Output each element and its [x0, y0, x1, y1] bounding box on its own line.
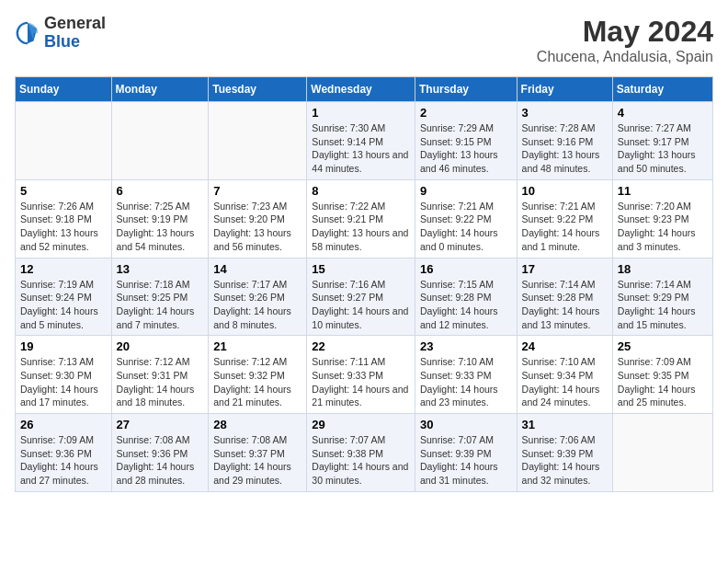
day-number: 4 [618, 106, 708, 120]
day-number: 22 [312, 339, 410, 353]
title-block: May 2024 Chucena, Andalusia, Spain [537, 15, 713, 65]
day-info: Sunrise: 7:10 AMSunset: 9:34 PMDaylight:… [522, 356, 600, 408]
table-row [111, 102, 209, 180]
day-info: Sunrise: 7:09 AMSunset: 9:35 PMDaylight:… [618, 356, 696, 408]
day-info: Sunrise: 7:20 AMSunset: 9:23 PMDaylight:… [618, 201, 696, 252]
day-number: 12 [20, 262, 107, 276]
table-row: 21 Sunrise: 7:12 AMSunset: 9:32 PMDaylig… [209, 336, 307, 414]
table-row: 14 Sunrise: 7:17 AMSunset: 9:26 PMDaylig… [209, 258, 307, 336]
table-row: 8 Sunrise: 7:22 AMSunset: 9:21 PMDayligh… [307, 179, 415, 258]
table-row: 6 Sunrise: 7:25 AMSunset: 9:19 PMDayligh… [111, 179, 209, 258]
table-row: 3 Sunrise: 7:28 AMSunset: 9:16 PMDayligh… [517, 102, 612, 180]
table-row: 31 Sunrise: 7:06 AMSunset: 9:39 PMDaylig… [517, 414, 612, 492]
day-info: Sunrise: 7:22 AMSunset: 9:21 PMDaylight:… [312, 201, 408, 252]
day-number: 24 [522, 339, 608, 353]
day-info: Sunrise: 7:07 AMSunset: 9:38 PMDaylight:… [312, 434, 408, 486]
logo: General Blue [15, 15, 106, 52]
day-info: Sunrise: 7:11 AMSunset: 9:33 PMDaylight:… [312, 356, 408, 408]
day-info: Sunrise: 7:21 AMSunset: 9:22 PMDaylight:… [420, 201, 498, 252]
day-number: 10 [522, 184, 608, 198]
table-row: 18 Sunrise: 7:14 AMSunset: 9:29 PMDaylig… [612, 258, 712, 336]
day-info: Sunrise: 7:14 AMSunset: 9:28 PMDaylight:… [522, 279, 600, 330]
table-row: 29 Sunrise: 7:07 AMSunset: 9:38 PMDaylig… [307, 414, 415, 492]
day-number: 14 [213, 262, 301, 276]
logo-general-text: General [44, 14, 106, 32]
day-info: Sunrise: 7:08 AMSunset: 9:37 PMDaylight:… [213, 434, 291, 486]
table-row: 28 Sunrise: 7:08 AMSunset: 9:37 PMDaylig… [209, 414, 307, 492]
table-row: 22 Sunrise: 7:11 AMSunset: 9:33 PMDaylig… [307, 336, 415, 414]
day-info: Sunrise: 7:21 AMSunset: 9:22 PMDaylight:… [522, 201, 600, 252]
header-saturday: Saturday [612, 77, 712, 102]
day-number: 16 [420, 262, 512, 276]
day-info: Sunrise: 7:27 AMSunset: 9:17 PMDaylight:… [618, 122, 696, 174]
day-number: 17 [522, 262, 608, 276]
calendar-header-row: Sunday Monday Tuesday Wednesday Thursday… [16, 77, 713, 102]
table-row [209, 102, 307, 180]
header-tuesday: Tuesday [209, 77, 307, 102]
day-number: 19 [20, 339, 107, 353]
day-info: Sunrise: 7:17 AMSunset: 9:26 PMDaylight:… [213, 279, 291, 330]
day-number: 20 [117, 339, 204, 353]
subtitle: Chucena, Andalusia, Spain [537, 49, 713, 65]
table-row: 4 Sunrise: 7:27 AMSunset: 9:17 PMDayligh… [612, 102, 712, 180]
table-row: 12 Sunrise: 7:19 AMSunset: 9:24 PMDaylig… [16, 258, 112, 336]
day-number: 7 [213, 184, 301, 198]
day-number: 29 [312, 418, 410, 431]
day-info: Sunrise: 7:29 AMSunset: 9:15 PMDaylight:… [420, 122, 498, 174]
day-info: Sunrise: 7:13 AMSunset: 9:30 PMDaylight:… [20, 356, 98, 408]
day-number: 1 [312, 106, 410, 120]
calendar-week-row: 5 Sunrise: 7:26 AMSunset: 9:18 PMDayligh… [16, 179, 713, 258]
table-row: 15 Sunrise: 7:16 AMSunset: 9:27 PMDaylig… [307, 258, 415, 336]
table-row: 9 Sunrise: 7:21 AMSunset: 9:22 PMDayligh… [415, 179, 517, 258]
day-info: Sunrise: 7:08 AMSunset: 9:36 PMDaylight:… [117, 434, 195, 486]
day-info: Sunrise: 7:23 AMSunset: 9:20 PMDaylight:… [213, 201, 291, 252]
day-number: 28 [213, 418, 301, 431]
day-number: 15 [312, 262, 410, 276]
page-header: General Blue May 2024 Chucena, Andalusia… [15, 15, 713, 65]
table-row: 25 Sunrise: 7:09 AMSunset: 9:35 PMDaylig… [612, 336, 712, 414]
header-thursday: Thursday [415, 77, 517, 102]
table-row [16, 102, 112, 180]
day-number: 30 [420, 418, 512, 431]
day-info: Sunrise: 7:28 AMSunset: 9:16 PMDaylight:… [522, 122, 600, 174]
day-number: 23 [420, 339, 512, 353]
header-monday: Monday [111, 77, 209, 102]
day-info: Sunrise: 7:07 AMSunset: 9:39 PMDaylight:… [420, 434, 498, 486]
day-info: Sunrise: 7:16 AMSunset: 9:27 PMDaylight:… [312, 279, 408, 330]
calendar-week-row: 1 Sunrise: 7:30 AMSunset: 9:14 PMDayligh… [16, 102, 713, 180]
day-number: 26 [20, 418, 107, 431]
day-info: Sunrise: 7:10 AMSunset: 9:33 PMDaylight:… [420, 356, 498, 408]
calendar-week-row: 26 Sunrise: 7:09 AMSunset: 9:36 PMDaylig… [16, 414, 713, 492]
table-row: 24 Sunrise: 7:10 AMSunset: 9:34 PMDaylig… [517, 336, 612, 414]
day-info: Sunrise: 7:19 AMSunset: 9:24 PMDaylight:… [20, 279, 98, 330]
table-row: 17 Sunrise: 7:14 AMSunset: 9:28 PMDaylig… [517, 258, 612, 336]
day-number: 27 [117, 418, 204, 431]
table-row: 30 Sunrise: 7:07 AMSunset: 9:39 PMDaylig… [415, 414, 517, 492]
table-row: 5 Sunrise: 7:26 AMSunset: 9:18 PMDayligh… [16, 179, 112, 258]
logo-icon [15, 20, 40, 46]
day-info: Sunrise: 7:15 AMSunset: 9:28 PMDaylight:… [420, 279, 498, 330]
day-number: 3 [522, 106, 608, 120]
day-number: 9 [420, 184, 512, 198]
table-row: 16 Sunrise: 7:15 AMSunset: 9:28 PMDaylig… [415, 258, 517, 336]
table-row: 26 Sunrise: 7:09 AMSunset: 9:36 PMDaylig… [16, 414, 112, 492]
day-info: Sunrise: 7:25 AMSunset: 9:19 PMDaylight:… [117, 201, 195, 252]
day-info: Sunrise: 7:12 AMSunset: 9:31 PMDaylight:… [117, 356, 195, 408]
table-row: 1 Sunrise: 7:30 AMSunset: 9:14 PMDayligh… [307, 102, 415, 180]
day-number: 6 [117, 184, 204, 198]
day-number: 8 [312, 184, 410, 198]
day-info: Sunrise: 7:06 AMSunset: 9:39 PMDaylight:… [522, 434, 600, 486]
day-info: Sunrise: 7:30 AMSunset: 9:14 PMDaylight:… [312, 122, 408, 174]
main-title: May 2024 [537, 15, 713, 49]
table-row: 2 Sunrise: 7:29 AMSunset: 9:15 PMDayligh… [415, 102, 517, 180]
calendar-week-row: 12 Sunrise: 7:19 AMSunset: 9:24 PMDaylig… [16, 258, 713, 336]
table-row [612, 414, 712, 492]
calendar-table: Sunday Monday Tuesday Wednesday Thursday… [15, 76, 713, 492]
day-number: 2 [420, 106, 512, 120]
day-number: 5 [20, 184, 107, 198]
day-number: 11 [618, 184, 708, 198]
day-number: 13 [117, 262, 204, 276]
day-number: 18 [618, 262, 708, 276]
table-row: 7 Sunrise: 7:23 AMSunset: 9:20 PMDayligh… [209, 179, 307, 258]
calendar-week-row: 19 Sunrise: 7:13 AMSunset: 9:30 PMDaylig… [16, 336, 713, 414]
